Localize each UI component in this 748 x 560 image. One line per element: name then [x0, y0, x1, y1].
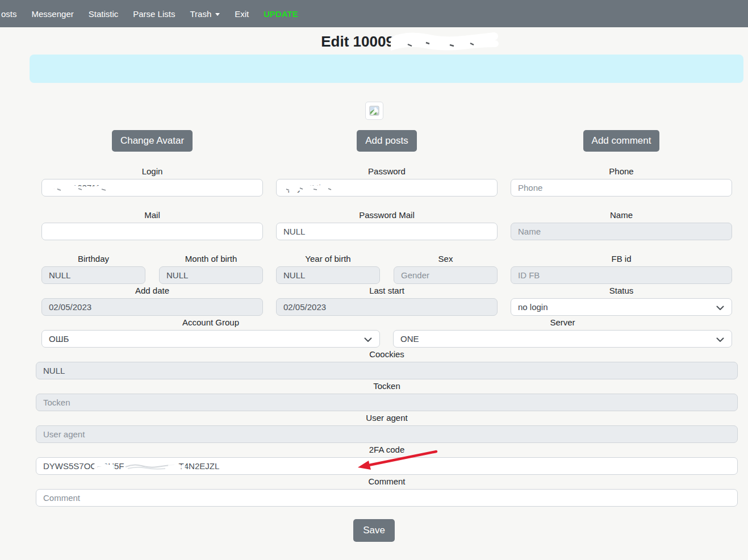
2fa-code-group: 2FA code DYWS5S7OCEBH5F T4N2EJZL [36, 445, 738, 475]
nav-item-trash[interactable]: Trash [182, 9, 227, 19]
info-alert [30, 55, 743, 83]
form-row-1: Login Password Phone [41, 166, 732, 197]
account-group-label: Account Group [41, 317, 380, 328]
save-button[interactable]: Save [353, 519, 395, 542]
name-input[interactable] [511, 223, 732, 240]
sex-label: Sex [394, 254, 498, 264]
tocken-input[interactable] [36, 394, 738, 411]
2fa-code-label: 2FA code [36, 445, 738, 455]
save-row: Save [0, 519, 748, 542]
fb-id-input[interactable] [511, 266, 732, 284]
change-avatar-button[interactable]: Change Avatar [112, 130, 193, 152]
action-buttons-row: Change Avatar Add posts Add comment [41, 130, 732, 152]
month-of-birth-input[interactable] [159, 266, 263, 284]
avatar [365, 102, 383, 120]
year-of-birth-label: Year of birth [276, 254, 380, 264]
coockies-label: Coockies [36, 349, 738, 360]
mail-label: Mail [41, 210, 263, 220]
tocken-group: Tocken [36, 381, 738, 411]
form-row-3: Birthday Month of birth Year of birth Se… [41, 254, 732, 284]
nav-item-parse-lists[interactable]: Parse Lists [126, 9, 182, 19]
nav-item-parse-lists-label: Parse Lists [133, 9, 175, 19]
title-row: Edit 100091637 [0, 32, 748, 52]
user-agent-input[interactable] [36, 425, 738, 443]
fb-id-label: FB id [511, 254, 732, 264]
nav-item-trash-label: Trash [190, 9, 211, 19]
server-select-value: ONE [400, 334, 419, 344]
nav-item-exit-label: Exit [235, 9, 249, 19]
birthday-input[interactable] [41, 266, 145, 284]
form-row-2: Mail Password Mail Name [41, 210, 732, 240]
add-date-input[interactable] [41, 298, 263, 316]
comment-label: Comment [36, 477, 738, 487]
add-comment-button[interactable]: Add comment [583, 130, 660, 152]
month-of-birth-label: Month of birth [159, 254, 263, 264]
nav-item-messenger[interactable]: Messenger [24, 9, 81, 19]
account-group-select[interactable]: ОШБ [41, 330, 380, 348]
chevron-down-icon [364, 337, 372, 342]
sex-input[interactable] [394, 266, 498, 284]
login-input[interactable] [41, 179, 263, 197]
redaction-scribble [168, 462, 185, 472]
2fa-code-input[interactable]: DYWS5S7OCEBH5F T4N2EJZL [36, 457, 738, 475]
login-label: Login [41, 166, 263, 177]
nav-item-exit[interactable]: Exit [227, 9, 256, 19]
nav-item-update[interactable]: UPDATE [256, 9, 306, 19]
coockies-group: Coockies [36, 349, 738, 379]
redaction-scribble [94, 462, 114, 472]
top-navbar: osts Messenger Statistic Parse Lists Tra… [0, 0, 748, 27]
password-label: Password [276, 166, 498, 177]
chevron-down-icon [716, 306, 724, 311]
mail-input[interactable] [41, 223, 263, 240]
status-label: Status [511, 286, 732, 296]
account-group-select-value: ОШБ [49, 334, 69, 344]
birthday-label: Birthday [41, 254, 145, 264]
coockies-input[interactable] [36, 362, 738, 379]
server-select[interactable]: ONE [393, 330, 732, 348]
broken-image-icon [369, 106, 379, 116]
user-agent-group: User agent [36, 413, 738, 443]
nav-item-statistic[interactable]: Statistic [81, 9, 126, 19]
nav-item-posts-label: osts [1, 9, 17, 19]
password-input[interactable] [276, 179, 498, 197]
chevron-down-icon [215, 13, 220, 16]
tocken-label: Tocken [36, 381, 738, 391]
comment-group: Comment [36, 477, 738, 507]
phone-input[interactable] [511, 179, 732, 197]
nav-item-update-label: UPDATE [264, 9, 298, 19]
status-select[interactable]: no login [511, 298, 732, 316]
form-row-4: Add date Last start Status no login [41, 286, 732, 316]
name-label: Name [511, 210, 732, 220]
form-row-5: Account Group ОШБ Server ONE [41, 317, 732, 348]
year-of-birth-input[interactable] [276, 266, 380, 284]
password-mail-input[interactable] [276, 223, 498, 240]
add-posts-button[interactable]: Add posts [357, 130, 417, 152]
avatar-row [0, 102, 748, 120]
phone-label: Phone [511, 166, 732, 177]
server-label: Server [393, 317, 732, 328]
user-agent-label: User agent [36, 413, 738, 423]
status-select-value: no login [518, 302, 548, 312]
password-mail-label: Password Mail [276, 210, 498, 220]
last-start-label: Last start [276, 286, 498, 296]
page-title: Edit 100091637 [321, 32, 427, 51]
last-start-input[interactable] [276, 298, 498, 316]
chevron-down-icon [716, 337, 724, 342]
nav-item-statistic-label: Statistic [89, 9, 119, 19]
comment-input[interactable] [36, 489, 738, 507]
add-date-label: Add date [41, 286, 263, 296]
nav-item-messenger-label: Messenger [32, 9, 74, 19]
nav-item-posts[interactable]: osts [1, 9, 24, 19]
